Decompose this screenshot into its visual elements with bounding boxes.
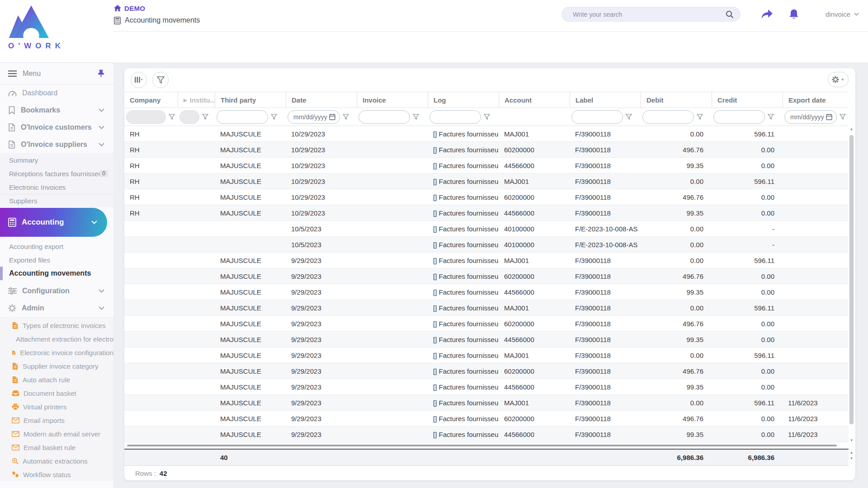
sidebar-subitem-attachment-extraction-for-electron[interactable]: Attachment extraction for electron — [0, 332, 113, 346]
funnel-icon[interactable] — [202, 114, 208, 120]
share-icon[interactable] — [760, 9, 773, 20]
table-row[interactable]: RHMAJUSCULE10/29/2023[] Factures fournis… — [124, 126, 849, 142]
sidebar-subitem-electronic-invoices[interactable]: Electronic Invoices — [0, 180, 113, 194]
table-row[interactable]: MAJUSCULE9/29/2023[] Factures fournisseu… — [124, 332, 849, 347]
table-row[interactable]: MAJUSCULE9/29/2023[] Factures fournisseu… — [124, 316, 849, 332]
filter-input-log[interactable] — [429, 110, 481, 124]
sidebar-subitem-email-imports[interactable]: Email imports — [0, 413, 113, 427]
funnel-icon[interactable] — [169, 114, 175, 120]
sidebar-item-bookmarks[interactable]: Bookmarks — [0, 102, 113, 119]
filter-input-credit[interactable] — [713, 110, 765, 124]
sidebar-subitem-accounting-export[interactable]: Accounting export — [0, 239, 113, 253]
vertical-scrollbar-thumb[interactable] — [849, 135, 854, 424]
horizontal-scrollbar-thumb[interactable] — [127, 445, 837, 446]
column-header-export-date[interactable]: Export date — [783, 92, 849, 108]
column-header-invoice[interactable]: Invoice — [357, 92, 428, 108]
date-filter-export-date[interactable]: mm/dd/yyyy — [784, 110, 837, 124]
notifications-icon[interactable] — [788, 9, 799, 20]
sidebar-item-admin[interactable]: Admin — [0, 300, 113, 317]
sidebar-subitem-exported-files[interactable]: Exported files — [0, 253, 113, 267]
scroll-up-icon[interactable]: ▲ — [849, 127, 854, 131]
column-header-account[interactable]: Account — [499, 92, 570, 108]
column-header-institu[interactable]: ▶Institu... — [178, 92, 215, 108]
sidebar-item-configuration[interactable]: Configuration — [0, 282, 113, 300]
column-header-label[interactable]: Label — [570, 92, 641, 108]
settings-button[interactable]: ▼ — [828, 72, 849, 87]
sidebar-subitem-suppliers[interactable]: Suppliers — [0, 194, 113, 207]
funnel-icon[interactable] — [484, 114, 490, 120]
pin-icon[interactable] — [98, 70, 104, 77]
table-row[interactable]: 10/5/2023[] Factures fournisseurs4010000… — [124, 221, 849, 237]
user-menu[interactable]: dinvoice — [826, 10, 859, 18]
sidebar-subitem-electronic-invoice-configuration[interactable]: Electronic invoice configuration — [0, 346, 113, 359]
vertical-scrollbar[interactable]: ▲ ▼ — [849, 127, 854, 442]
funnel-icon[interactable] — [343, 114, 349, 120]
filter-button[interactable] — [152, 72, 169, 88]
date-filter-date[interactable]: mm/dd/yyyy — [288, 110, 340, 124]
calendar-icon[interactable] — [826, 113, 832, 120]
column-header-company[interactable]: Company — [124, 92, 178, 108]
search-input[interactable] — [562, 7, 711, 21]
funnel-icon[interactable] — [768, 114, 774, 120]
funnel-icon[interactable] — [413, 114, 419, 120]
columns-button[interactable] — [131, 72, 147, 88]
table-row[interactable]: MAJUSCULE9/29/2023[] Factures fournisseu… — [124, 427, 849, 442]
table-row[interactable]: RHMAJUSCULE10/29/2023[] Factures fournis… — [124, 205, 849, 221]
column-header-date[interactable]: Date — [286, 92, 357, 108]
totals-scrollbar[interactable]: ▲ ▼ — [849, 450, 854, 460]
sidebar-item-dashboard[interactable]: Dashboard — [0, 84, 113, 102]
sidebar-subitem-auto-attach-rule[interactable]: Auto attach rule — [0, 373, 113, 386]
column-expand-icon[interactable]: ▶ — [184, 98, 187, 103]
sidebar-subitem-workflow-status[interactable]: Workflow status — [0, 468, 113, 481]
search-icon[interactable] — [726, 10, 734, 19]
sidebar-subitem-document-basket[interactable]: Document basket — [0, 386, 113, 400]
sidebar-item-oinvoice-customers[interactable]: O'Invoice customers — [0, 119, 113, 136]
sidebar-subitem-accounting-movements[interactable]: Accounting movements — [0, 267, 113, 280]
funnel-icon[interactable] — [697, 114, 703, 120]
sidebar-item-accounting[interactable]: Accounting — [0, 208, 107, 237]
cell-company — [124, 395, 178, 410]
table-row[interactable]: MAJUSCULE9/29/2023[] Factures fournisseu… — [124, 347, 849, 363]
sidebar-subitem-virtual-printers[interactable]: Virtual printers — [0, 400, 113, 413]
scroll-down-icon[interactable]: ▼ — [849, 438, 854, 442]
sidebar-subitem-summary[interactable]: Summary — [0, 153, 113, 167]
menu-toggle[interactable]: Menu — [0, 63, 113, 84]
funnel-icon[interactable] — [271, 114, 277, 120]
sidebar-subitem-modern-auth-email-server[interactable]: Modern auth email server — [0, 427, 113, 441]
calendar-icon[interactable] — [329, 113, 335, 120]
table-row[interactable]: MAJUSCULE9/29/2023[] Factures fournisseu… — [124, 395, 849, 411]
table-row[interactable]: 10/5/2023[] Factures fournisseurs4010000… — [124, 237, 849, 253]
sidebar-subitem-r-ceptions-factures-fournisseurs[interactable]: Réceptions factures fournisseurs0 — [0, 167, 113, 180]
filter-input-third-party[interactable] — [217, 110, 268, 124]
table-row[interactable]: RHMAJUSCULE10/29/2023[] Factures fournis… — [124, 189, 849, 205]
table-row[interactable]: MAJUSCULE9/29/2023[] Factures fournisseu… — [124, 284, 849, 300]
sidebar-subitem-types-of-electronic-invoices[interactable]: Types of electronic invoices — [0, 319, 113, 332]
table-row[interactable]: MAJUSCULE9/29/2023[] Factures fournisseu… — [124, 411, 849, 427]
column-header-third-party[interactable]: Third party — [215, 92, 286, 108]
filter-input-invoice[interactable] — [359, 110, 410, 124]
column-header-credit[interactable]: Credit — [712, 92, 783, 108]
sidebar-subitem-automatic-extractions[interactable]: Automatic extractions — [0, 454, 113, 468]
funnel-icon[interactable] — [840, 114, 846, 120]
sidebar-subitem-supplier-invoice-category[interactable]: Supplier invoice category — [0, 359, 113, 373]
funnel-icon[interactable] — [626, 114, 632, 120]
table-row[interactable]: MAJUSCULE9/29/2023[] Factures fournisseu… — [124, 268, 849, 284]
table-row[interactable]: RHMAJUSCULE10/29/2023[] Factures fournis… — [124, 142, 849, 158]
filter-input-debit[interactable] — [642, 110, 694, 124]
table-row[interactable]: RHMAJUSCULE10/29/2023[] Factures fournis… — [124, 174, 849, 189]
column-header-log[interactable]: Log — [428, 92, 499, 108]
scroll-down-icon[interactable]: ▼ — [849, 456, 854, 460]
table-row[interactable]: MAJUSCULE9/29/2023[] Factures fournisseu… — [124, 253, 849, 268]
column-header-debit[interactable]: Debit — [641, 92, 712, 108]
breadcrumb-home[interactable]: DEMO — [114, 5, 200, 12]
scroll-up-icon[interactable]: ▲ — [849, 450, 854, 455]
sidebar-item-oinvoice-suppliers[interactable]: O'Invoice suppliers — [0, 136, 113, 153]
table-row[interactable]: MAJUSCULE9/29/2023[] Factures fournisseu… — [124, 379, 849, 395]
filter-input-label[interactable] — [571, 110, 623, 124]
table-row[interactable]: MAJUSCULE9/29/2023[] Factures fournisseu… — [124, 363, 849, 379]
table-row[interactable]: RHMAJUSCULE10/29/2023[] Factures fournis… — [124, 158, 849, 174]
table-row[interactable]: MAJUSCULE9/29/2023[] Factures fournisseu… — [124, 300, 849, 316]
sidebar-subitem-email-basket-rule[interactable]: Email basket rule — [0, 441, 113, 454]
horizontal-scrollbar[interactable] — [124, 442, 849, 449]
hamburger-icon[interactable] — [8, 70, 17, 77]
